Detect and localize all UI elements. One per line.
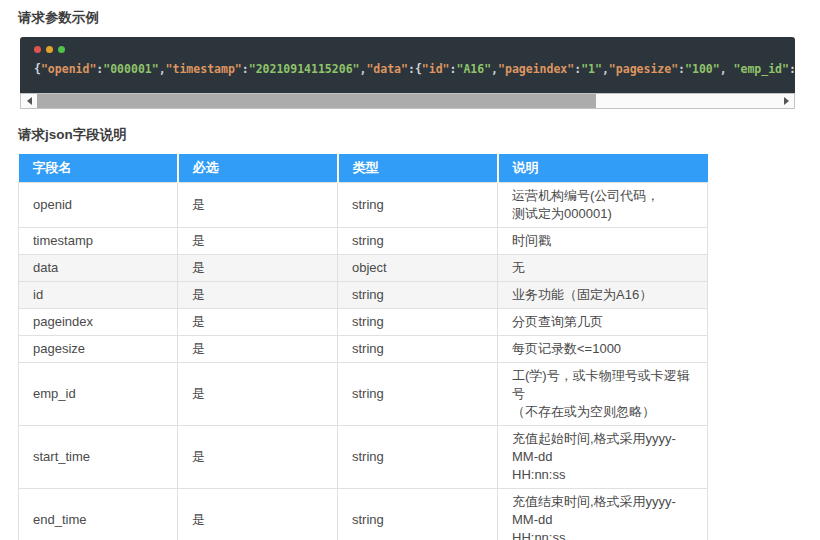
cell-type: string — [338, 309, 498, 336]
code-token: : — [678, 62, 685, 76]
cell-desc: 分页查询第几页 — [498, 309, 708, 336]
column-header-field: 字段名 — [19, 154, 178, 183]
cell-desc: 每页记录数<=1000 — [498, 336, 708, 363]
cell-type: object — [338, 255, 498, 282]
window-dot-yellow-icon — [46, 46, 53, 53]
code-token: : — [789, 62, 795, 76]
cell-required: 是 — [178, 363, 338, 426]
table-row: data是object无 — [19, 255, 708, 282]
cell-field: emp_id — [19, 363, 178, 426]
code-token: :{ — [408, 62, 422, 76]
code-token: "100" — [685, 62, 720, 76]
cell-field: pagesize — [19, 336, 178, 363]
cell-type: string — [338, 363, 498, 426]
cell-required: 是 — [178, 228, 338, 255]
code-token: "pageindex" — [498, 62, 574, 76]
cell-desc: 充值结束时间,格式采用yyyy-MM-dd HH:nn:ss — [498, 489, 708, 540]
code-token: "timestamp" — [166, 62, 242, 76]
cell-desc: 时间戳 — [498, 228, 708, 255]
cell-required: 是 — [178, 336, 338, 363]
header-row: 字段名 必选 类型 说明 — [19, 154, 708, 183]
cell-required: 是 — [178, 183, 338, 228]
cell-required: 是 — [178, 282, 338, 309]
scrollbar-thumb[interactable] — [37, 94, 596, 108]
scroll-right-button[interactable] — [778, 94, 794, 108]
code-block: {"openid":"000001","timestamp":"20210914… — [20, 37, 795, 93]
code-token: { — [34, 62, 41, 76]
code-token: "emp_id" — [734, 62, 789, 76]
cell-type: string — [338, 426, 498, 489]
table-row: pageindex是string分页查询第几页 — [19, 309, 708, 336]
table-row: end_time是string充值结束时间,格式采用yyyy-MM-dd HH:… — [19, 489, 708, 540]
fields-table-head: 字段名 必选 类型 说明 — [19, 154, 708, 183]
cell-type: string — [338, 489, 498, 540]
code-token: "pagesize" — [609, 62, 678, 76]
cell-desc: 工(学)号，或卡物理号或卡逻辑号 （不存在或为空则忽略） — [498, 363, 708, 426]
code-token: "data" — [366, 62, 408, 76]
column-header-required: 必选 — [178, 154, 338, 183]
cell-field: id — [19, 282, 178, 309]
code-token: "000001" — [103, 62, 158, 76]
cell-required: 是 — [178, 426, 338, 489]
cell-desc: 业务功能（固定为A16） — [498, 282, 708, 309]
scrollbar-track[interactable] — [37, 94, 778, 108]
code-token: "A16" — [456, 62, 491, 76]
horizontal-scrollbar[interactable] — [20, 93, 795, 109]
arrow-right-icon — [784, 97, 789, 105]
code-token: , — [720, 62, 734, 76]
cell-field: timestamp — [19, 228, 178, 255]
code-token: , — [602, 62, 609, 76]
cell-type: string — [338, 228, 498, 255]
code-line: {"openid":"000001","timestamp":"20210914… — [34, 62, 795, 76]
cell-required: 是 — [178, 255, 338, 282]
cell-field: data — [19, 255, 178, 282]
cell-field: openid — [19, 183, 178, 228]
cell-desc: 无 — [498, 255, 708, 282]
json-fields-heading: 请求json字段说明 — [0, 109, 820, 144]
code-token: "openid" — [41, 62, 96, 76]
code-token: , — [159, 62, 166, 76]
cell-type: string — [338, 183, 498, 228]
scroll-left-button[interactable] — [21, 94, 37, 108]
column-header-desc: 说明 — [498, 154, 708, 183]
column-header-type: 类型 — [338, 154, 498, 183]
cell-field: pageindex — [19, 309, 178, 336]
fields-table-body: openid是string运营机构编号(公司代码， 测试定为000001)tim… — [19, 183, 708, 540]
table-row: emp_id是string工(学)号，或卡物理号或卡逻辑号 （不存在或为空则忽略… — [19, 363, 708, 426]
request-example-heading: 请求参数示例 — [0, 0, 820, 27]
fields-table: 字段名 必选 类型 说明 openid是string运营机构编号(公司代码， 测… — [18, 154, 708, 540]
code-token: "1" — [581, 62, 602, 76]
code-token: , — [491, 62, 498, 76]
table-row: id是string业务功能（固定为A16） — [19, 282, 708, 309]
code-token: : — [242, 62, 249, 76]
code-token: "20210914115206" — [249, 62, 360, 76]
api-doc-page: 请求参数示例 {"openid":"000001","timestamp":"2… — [0, 0, 820, 540]
code-token: "id" — [422, 62, 450, 76]
window-dot-red-icon — [34, 46, 41, 53]
cell-type: string — [338, 282, 498, 309]
table-row: openid是string运营机构编号(公司代码， 测试定为000001) — [19, 183, 708, 228]
table-row: start_time是string充值起始时间,格式采用yyyy-MM-dd H… — [19, 426, 708, 489]
cell-required: 是 — [178, 489, 338, 540]
cell-desc: 运营机构编号(公司代码， 测试定为000001) — [498, 183, 708, 228]
window-dot-green-icon — [58, 46, 65, 53]
cell-desc: 充值起始时间,格式采用yyyy-MM-dd HH:nn:ss — [498, 426, 708, 489]
arrow-left-icon — [27, 97, 32, 105]
cell-field: end_time — [19, 489, 178, 540]
cell-required: 是 — [178, 309, 338, 336]
cell-type: string — [338, 336, 498, 363]
table-row: pagesize是string每页记录数<=1000 — [19, 336, 708, 363]
window-dots — [34, 46, 795, 53]
table-row: timestamp是string时间戳 — [19, 228, 708, 255]
cell-field: start_time — [19, 426, 178, 489]
